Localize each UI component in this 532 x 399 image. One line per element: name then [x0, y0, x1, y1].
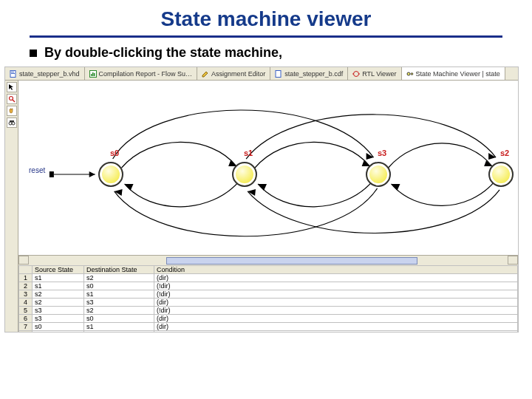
tab-state-machine-viewer[interactable]: State Machine Viewer | state: [402, 67, 505, 80]
col-rownum: [19, 266, 33, 274]
state-s1[interactable]: [232, 162, 257, 187]
svg-point-18: [12, 122, 15, 125]
bullet-line: By double-clicking the state machine,: [0, 45, 532, 61]
cell-cond: (!dir): [154, 282, 518, 290]
tab-bar: state_stepper_b.vhd Compilation Report -…: [5, 67, 518, 81]
bullet-text: By double-clicking the state machine,: [44, 45, 282, 61]
state-label-s3: s3: [378, 149, 386, 157]
scroll-left-arrow-icon[interactable]: [18, 256, 29, 265]
cell-dest: s0: [84, 282, 154, 290]
cell-dest: s3: [84, 331, 154, 332]
state-label-s1: s1: [244, 149, 253, 157]
bullet-square-icon: [30, 50, 37, 57]
horizontal-scrollbar[interactable]: [18, 255, 518, 265]
tab-vhd[interactable]: state_stepper_b.vhd: [5, 67, 85, 80]
svg-rect-2: [11, 73, 15, 74]
cell-dest: s0: [84, 315, 154, 323]
cell-cond: (!dir): [154, 307, 518, 315]
tab-label: RTL Viewer: [362, 70, 396, 78]
tool-zoom[interactable]: [7, 94, 17, 104]
page-title: State machine viewer: [0, 0, 532, 35]
cell-source: s0: [33, 323, 84, 331]
cell-dest: s3: [84, 299, 154, 307]
report-icon: [89, 70, 97, 78]
cell-source: s1: [33, 282, 84, 290]
cell-cond: (dir): [154, 323, 518, 331]
scroll-thumb[interactable]: [166, 257, 417, 265]
table-row[interactable]: 3s2s1(!dir): [19, 290, 518, 299]
svg-marker-21: [125, 184, 134, 191]
cell-cond: (!dir): [154, 331, 518, 332]
cell-dest: s2: [84, 274, 154, 282]
tool-strip: [5, 81, 18, 332]
doc-icon: [275, 70, 282, 78]
tab-assignment-editor[interactable]: Assignment Editor: [197, 67, 270, 80]
cell-rownum: 1: [19, 274, 33, 282]
state-label-s2: s2: [500, 149, 509, 157]
tab-compilation-report[interactable]: Compilation Report - Flow Su…: [85, 67, 198, 80]
tool-pointer[interactable]: [7, 82, 17, 92]
col-source: Source State: [33, 266, 84, 274]
state-s0[interactable]: [98, 162, 123, 187]
svg-line-16: [13, 100, 15, 102]
svg-marker-7: [202, 72, 208, 77]
cell-source: s0: [33, 331, 84, 332]
table-row[interactable]: 2s1s0(!dir): [19, 282, 518, 290]
svg-marker-14: [9, 84, 13, 90]
cell-source: s3: [33, 307, 84, 315]
col-dest: Destination State: [84, 266, 154, 274]
reset-label: reset: [29, 166, 45, 174]
cell-source: s1: [33, 274, 84, 282]
cell-source: s3: [33, 315, 84, 323]
pencil-icon: [202, 70, 209, 78]
svg-point-12: [407, 72, 410, 75]
table-row[interactable]: 5s3s2(!dir): [19, 307, 518, 315]
title-rule: [30, 35, 502, 38]
cell-rownum: 8: [19, 331, 33, 332]
svg-rect-32: [50, 171, 54, 177]
cell-cond: (dir): [154, 299, 518, 307]
scroll-right-arrow-icon[interactable]: [508, 256, 518, 265]
cell-cond: (dir): [154, 274, 518, 282]
svg-marker-25: [392, 184, 400, 191]
tab-label: state_stepper_b.cdf: [284, 70, 343, 78]
app-window: state_stepper_b.vhd Compilation Report -…: [4, 66, 519, 332]
svg-point-13: [411, 72, 413, 75]
table-header-row: Source State Destination State Condition: [19, 266, 518, 274]
col-cond: Condition: [154, 266, 518, 274]
cell-source: s2: [33, 299, 84, 307]
svg-point-17: [9, 122, 12, 125]
table-row[interactable]: 1s1s2(dir): [19, 274, 518, 282]
state-label-s0: s0: [110, 149, 119, 157]
fsm-icon: [406, 70, 414, 78]
doc-icon: [10, 70, 17, 78]
table-row[interactable]: 4s2s3(dir): [19, 299, 518, 307]
rtl-icon: [352, 70, 360, 78]
svg-point-15: [9, 97, 13, 100]
svg-marker-31: [89, 171, 95, 177]
tab-rtl-viewer[interactable]: RTL Viewer: [348, 67, 401, 80]
tool-binoculars[interactable]: [7, 117, 17, 128]
cell-rownum: 6: [19, 315, 33, 323]
svg-rect-6: [94, 73, 95, 76]
cell-source: s2: [33, 290, 84, 299]
tab-cdf[interactable]: state_stepper_b.cdf: [270, 67, 348, 80]
cell-rownum: 4: [19, 299, 33, 307]
cell-rownum: 5: [19, 307, 33, 315]
cell-cond: (!dir): [154, 290, 518, 299]
table-row[interactable]: 8s0s3(!dir): [19, 331, 518, 332]
transition-table: Source State Destination State Condition…: [18, 265, 518, 332]
svg-rect-5: [92, 72, 94, 76]
table-row[interactable]: 6s3s0(dir): [19, 315, 518, 323]
tab-label: State Machine Viewer | state: [416, 70, 500, 78]
state-s2[interactable]: [488, 162, 514, 187]
cell-rownum: 7: [19, 323, 33, 331]
state-s3[interactable]: [366, 162, 391, 187]
tab-label: Assignment Editor: [211, 70, 265, 78]
cell-rownum: 2: [19, 282, 33, 290]
cell-dest: s1: [84, 323, 154, 331]
fsm-canvas[interactable]: reset s0 s1 s3 s2: [18, 81, 518, 255]
tool-hand[interactable]: [7, 106, 17, 116]
svg-rect-19: [10, 120, 14, 122]
table-row[interactable]: 7s0s1(dir): [19, 323, 518, 331]
